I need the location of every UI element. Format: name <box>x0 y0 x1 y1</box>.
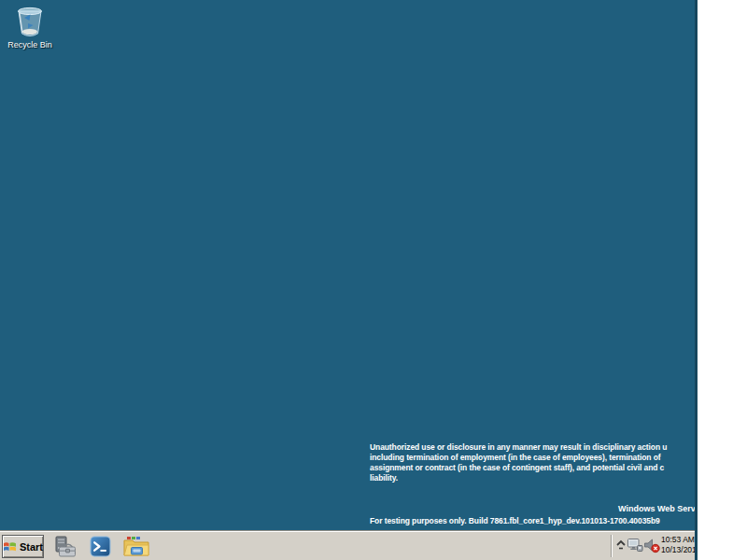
start-label: Start <box>20 541 43 553</box>
powershell-icon <box>90 536 111 557</box>
server-manager-icon <box>52 535 77 559</box>
show-hidden-icons-chevron <box>616 539 626 551</box>
volume-tray-button[interactable] <box>643 538 660 554</box>
powershell-button[interactable] <box>87 534 113 559</box>
show-hidden-icons-button[interactable] <box>615 539 627 553</box>
build-watermark: For testing purposes only. Build 7861.fb… <box>370 516 660 525</box>
recycle-bin-label: Recycle Bin <box>1 40 59 49</box>
taskbar: Start <box>0 530 698 560</box>
windows-flag-icon <box>3 540 17 553</box>
explorer-button[interactable] <box>123 534 149 559</box>
recycle-bin-icon <box>13 4 47 39</box>
network-icon <box>627 538 643 553</box>
legal-line: Unauthorized use or disclosure in any ma… <box>370 442 667 453</box>
legal-line: assignment or contract (in the case of c… <box>370 463 667 473</box>
tray-clock[interactable]: 10:53 AM 10/13/2010 <box>661 535 698 555</box>
legal-notice: Unauthorized use or disclosure in any ma… <box>370 442 667 483</box>
clock-date: 10/13/2010 <box>661 545 698 555</box>
explorer-folder-icon <box>123 536 149 558</box>
desktop-surface[interactable]: Recycle Bin Unauthorized use or disclosu… <box>0 0 698 560</box>
recycle-bin[interactable]: Recycle Bin <box>1 4 59 54</box>
tray-separator <box>611 535 613 557</box>
start-button[interactable]: Start <box>2 535 44 558</box>
network-tray-button[interactable] <box>627 538 643 554</box>
volume-muted-icon <box>643 538 660 553</box>
vm-screen: Recycle Bin Unauthorized use or disclosu… <box>0 0 698 560</box>
offscreen-area <box>698 0 747 560</box>
server-manager-button[interactable] <box>51 534 78 559</box>
edition-watermark: Windows Web Server <box>618 504 698 513</box>
legal-line: including termination of employment (in … <box>370 453 667 463</box>
legal-line: liability. <box>370 473 667 483</box>
clock-time: 10:53 AM <box>661 535 698 545</box>
